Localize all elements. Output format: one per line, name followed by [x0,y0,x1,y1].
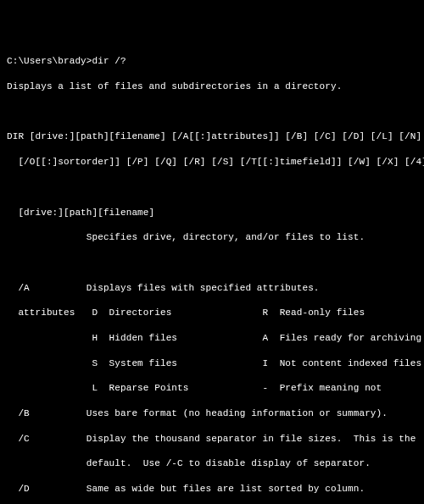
prompt-line: C:\Users\brady>dir /? [7,55,417,68]
switch-d: /D Same as wide but files are list sorte… [7,483,417,496]
switch-a: /A Displays files with specified attribu… [7,282,417,295]
attributes-d: attributes D Directories R Read-only fil… [7,307,417,319]
syntax-line-2: [/O[[:]sortorder]] [/P] [/Q] [/R] [/S] [… [7,156,417,169]
syntax-line-1: DIR [drive:][path][filename] [/A[[:]attr… [7,130,417,143]
switch-c-1: /C Display the thousand separator in fil… [7,433,417,446]
blank [7,106,417,119]
switch-b: /B Uses bare format (no heading informat… [7,407,417,420]
param-drivepath-desc: Specifies drive, directory, and/or files… [7,231,417,244]
attributes-h: H Hidden files A Files ready for archivi… [7,332,417,345]
description: Displays a list of files and subdirector… [7,80,417,93]
attributes-l: L Reparse Points - Prefix meaning not [7,382,417,395]
param-drivepath: [drive:][path][filename] [7,207,417,219]
attributes-s: S System files I Not content indexed fil… [7,357,417,370]
switch-c-2: default. Use /-C to disable display of s… [7,457,417,470]
blank [7,257,417,269]
blank [7,181,417,194]
